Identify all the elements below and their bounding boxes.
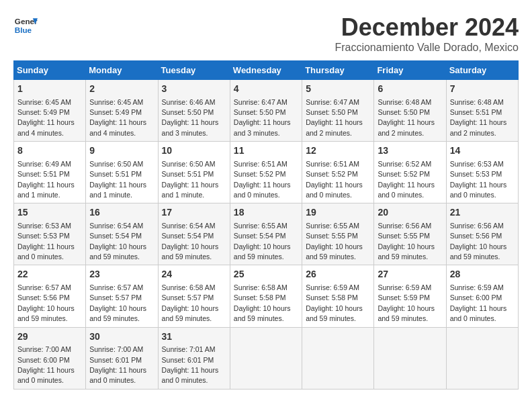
day-number: 16 [89, 206, 154, 220]
calendar-cell: 13 Sunrise: 6:52 AMSunset: 5:52 PMDaylig… [374, 142, 446, 203]
day-info: Sunrise: 6:54 AMSunset: 5:54 PMDaylight:… [162, 222, 219, 261]
day-info: Sunrise: 6:58 AMSunset: 5:57 PMDaylight:… [162, 283, 219, 322]
day-number: 11 [234, 144, 298, 158]
day-info: Sunrise: 6:48 AMSunset: 5:51 PMDaylight:… [450, 98, 507, 137]
day-info: Sunrise: 6:58 AMSunset: 5:58 PMDaylight:… [234, 283, 291, 322]
day-number: 7 [450, 83, 515, 96]
calendar-cell: 26 Sunrise: 6:59 AMSunset: 5:58 PMDaylig… [302, 265, 374, 327]
day-number: 25 [234, 268, 298, 281]
day-info: Sunrise: 6:56 AMSunset: 5:56 PMDaylight:… [450, 222, 507, 261]
calendar-cell: 17 Sunrise: 6:54 AMSunset: 5:54 PMDaylig… [158, 203, 230, 265]
calendar-cell: 29 Sunrise: 7:00 AMSunset: 6:00 PMDaylig… [14, 327, 86, 389]
day-info: Sunrise: 6:49 AMSunset: 5:51 PMDaylight:… [17, 160, 75, 199]
day-info: Sunrise: 6:57 AMSunset: 5:57 PMDaylight:… [89, 283, 146, 322]
calendar-cell: 11 Sunrise: 6:51 AMSunset: 5:52 PMDaylig… [230, 142, 302, 203]
day-number: 15 [17, 206, 82, 220]
day-info: Sunrise: 6:47 AMSunset: 5:50 PMDaylight:… [306, 98, 363, 137]
calendar-cell: 12 Sunrise: 6:51 AMSunset: 5:52 PMDaylig… [302, 142, 374, 203]
calendar-cell [230, 327, 302, 389]
day-number: 21 [450, 206, 515, 220]
calendar-table: SundayMondayTuesdayWednesdayThursdayFrid… [13, 60, 519, 390]
day-number: 5 [306, 83, 370, 96]
day-number: 8 [17, 144, 82, 158]
calendar-header: SundayMondayTuesdayWednesdayThursdayFrid… [14, 61, 519, 80]
calendar-cell: 6 Sunrise: 6:48 AMSunset: 5:50 PMDayligh… [374, 80, 446, 142]
day-number: 31 [162, 330, 226, 344]
day-number: 20 [378, 206, 442, 220]
day-number: 23 [89, 268, 154, 281]
calendar-cell: 25 Sunrise: 6:58 AMSunset: 5:58 PMDaylig… [230, 265, 302, 327]
day-number: 4 [234, 83, 298, 96]
calendar-cell: 15 Sunrise: 6:53 AMSunset: 5:53 PMDaylig… [14, 203, 86, 265]
calendar-cell: 3 Sunrise: 6:46 AMSunset: 5:50 PMDayligh… [158, 80, 230, 142]
calendar-cell: 31 Sunrise: 7:01 AMSunset: 6:01 PMDaylig… [158, 327, 230, 389]
day-info: Sunrise: 6:48 AMSunset: 5:50 PMDaylight:… [378, 98, 435, 137]
day-info: Sunrise: 7:00 AMSunset: 6:00 PMDaylight:… [17, 345, 75, 384]
calendar-cell: 30 Sunrise: 7:00 AMSunset: 6:01 PMDaylig… [86, 327, 158, 389]
day-info: Sunrise: 6:53 AMSunset: 5:53 PMDaylight:… [17, 222, 75, 261]
weekday-header-thursday: Thursday [302, 61, 374, 80]
day-number: 22 [17, 268, 82, 281]
calendar-cell: 7 Sunrise: 6:48 AMSunset: 5:51 PMDayligh… [446, 80, 518, 142]
day-number: 13 [378, 144, 442, 158]
day-number: 27 [378, 268, 442, 281]
calendar-cell [446, 327, 518, 389]
calendar-cell [374, 327, 446, 389]
month-title: December 2024 [335, 13, 519, 42]
day-info: Sunrise: 6:52 AMSunset: 5:52 PMDaylight:… [378, 160, 435, 199]
weekday-header-tuesday: Tuesday [158, 61, 230, 80]
title-section: December 2024 Fraccionamiento Valle Dora… [335, 13, 519, 54]
day-info: Sunrise: 6:45 AMSunset: 5:49 PMDaylight:… [17, 98, 75, 137]
calendar-cell: 9 Sunrise: 6:50 AMSunset: 5:51 PMDayligh… [86, 142, 158, 203]
day-number: 19 [306, 206, 370, 220]
calendar-week-2: 8 Sunrise: 6:49 AMSunset: 5:51 PMDayligh… [14, 142, 519, 203]
calendar-cell: 21 Sunrise: 6:56 AMSunset: 5:56 PMDaylig… [446, 203, 518, 265]
weekday-header-friday: Friday [374, 61, 446, 80]
calendar-cell: 27 Sunrise: 6:59 AMSunset: 5:59 PMDaylig… [374, 265, 446, 327]
day-info: Sunrise: 6:59 AMSunset: 6:00 PMDaylight:… [450, 283, 507, 322]
day-number: 30 [89, 330, 154, 344]
logo: General Blue [13, 13, 38, 38]
calendar-cell: 14 Sunrise: 6:53 AMSunset: 5:53 PMDaylig… [446, 142, 518, 203]
day-number: 18 [234, 206, 298, 220]
day-info: Sunrise: 6:55 AMSunset: 5:55 PMDaylight:… [306, 222, 363, 261]
svg-text:Blue: Blue [15, 26, 32, 34]
calendar-cell: 18 Sunrise: 6:55 AMSunset: 5:54 PMDaylig… [230, 203, 302, 265]
day-number: 17 [162, 206, 226, 220]
calendar-cell: 4 Sunrise: 6:47 AMSunset: 5:50 PMDayligh… [230, 80, 302, 142]
calendar-cell: 8 Sunrise: 6:49 AMSunset: 5:51 PMDayligh… [14, 142, 86, 203]
day-info: Sunrise: 6:50 AMSunset: 5:51 PMDaylight:… [89, 160, 146, 199]
weekday-header-monday: Monday [86, 61, 158, 80]
weekday-header-sunday: Sunday [14, 61, 86, 80]
day-number: 14 [450, 144, 515, 158]
day-info: Sunrise: 7:01 AMSunset: 6:01 PMDaylight:… [162, 345, 219, 384]
weekday-header-wednesday: Wednesday [230, 61, 302, 80]
day-info: Sunrise: 6:59 AMSunset: 5:59 PMDaylight:… [378, 283, 435, 322]
day-number: 1 [17, 83, 82, 96]
calendar-week-1: 1 Sunrise: 6:45 AMSunset: 5:49 PMDayligh… [14, 80, 519, 142]
location-title: Fraccionamiento Valle Dorado, Mexico [335, 42, 519, 54]
day-info: Sunrise: 6:47 AMSunset: 5:50 PMDaylight:… [234, 98, 291, 137]
day-number: 24 [162, 268, 226, 281]
calendar-cell: 24 Sunrise: 6:58 AMSunset: 5:57 PMDaylig… [158, 265, 230, 327]
calendar-week-3: 15 Sunrise: 6:53 AMSunset: 5:53 PMDaylig… [14, 203, 519, 265]
day-number: 28 [450, 268, 515, 281]
calendar-cell: 16 Sunrise: 6:54 AMSunset: 5:54 PMDaylig… [86, 203, 158, 265]
day-number: 3 [162, 83, 226, 96]
calendar-week-5: 29 Sunrise: 7:00 AMSunset: 6:00 PMDaylig… [14, 327, 519, 389]
day-number: 9 [89, 144, 154, 158]
day-number: 29 [17, 330, 82, 344]
calendar-cell: 1 Sunrise: 6:45 AMSunset: 5:49 PMDayligh… [14, 80, 86, 142]
calendar-cell: 22 Sunrise: 6:57 AMSunset: 5:56 PMDaylig… [14, 265, 86, 327]
calendar-cell: 10 Sunrise: 6:50 AMSunset: 5:51 PMDaylig… [158, 142, 230, 203]
day-info: Sunrise: 7:00 AMSunset: 6:01 PMDaylight:… [89, 345, 146, 384]
day-info: Sunrise: 6:50 AMSunset: 5:51 PMDaylight:… [162, 160, 219, 199]
calendar-cell: 19 Sunrise: 6:55 AMSunset: 5:55 PMDaylig… [302, 203, 374, 265]
day-number: 26 [306, 268, 370, 281]
weekday-header-saturday: Saturday [446, 61, 518, 80]
page-header: General Blue December 2024 Fraccionamien… [13, 13, 519, 54]
day-info: Sunrise: 6:59 AMSunset: 5:58 PMDaylight:… [306, 283, 363, 322]
day-info: Sunrise: 6:56 AMSunset: 5:55 PMDaylight:… [378, 222, 435, 261]
calendar-cell: 5 Sunrise: 6:47 AMSunset: 5:50 PMDayligh… [302, 80, 374, 142]
day-info: Sunrise: 6:51 AMSunset: 5:52 PMDaylight:… [234, 160, 291, 199]
